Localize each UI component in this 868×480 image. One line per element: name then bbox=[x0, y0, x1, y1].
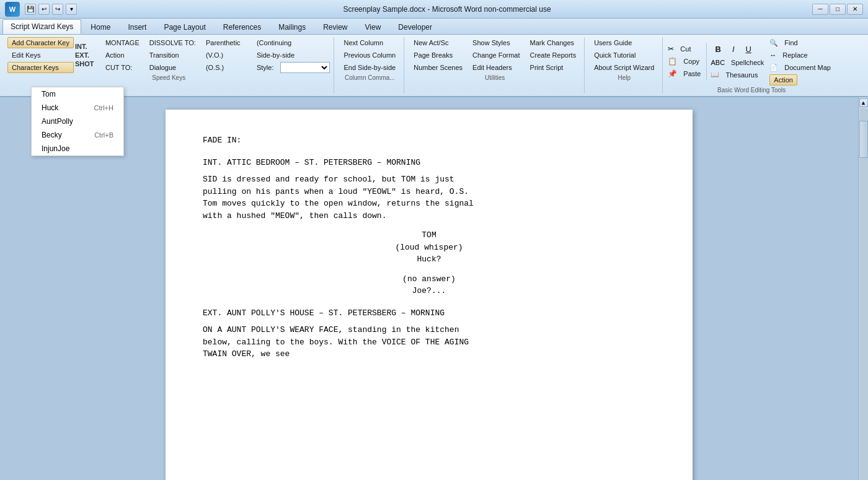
markchanges-btn[interactable]: Mark Changes bbox=[526, 37, 581, 48]
ribbon-group-utilities: New Act/Sc Page Breaks Number Scenes Sho… bbox=[405, 37, 585, 94]
undo-btn[interactable]: ↩ bbox=[38, 4, 50, 15]
tab-developer[interactable]: Developer bbox=[390, 20, 440, 34]
dissolve-btn[interactable]: DISSOLVE TO: bbox=[145, 37, 200, 48]
pagebreaks-btn[interactable]: Page Breaks bbox=[409, 50, 467, 61]
copy-btn[interactable]: Copy bbox=[679, 56, 704, 67]
replace-btn[interactable]: Replace bbox=[778, 50, 812, 61]
close-btn[interactable]: ✕ bbox=[847, 4, 863, 15]
numscenes-btn[interactable]: Number Scenes bbox=[409, 62, 467, 73]
dropdown-item-injunjoe[interactable]: InjunJoe bbox=[32, 142, 123, 155]
document-container: FADE IN: INT. ATTIC BEDROOM – ST. PETERS… bbox=[0, 97, 868, 480]
end-sidebyside-btn[interactable]: End Side-by-side bbox=[339, 62, 400, 73]
tab-mailings[interactable]: Mailings bbox=[270, 20, 314, 34]
dropdown-item-injunjoe-label: InjunJoe bbox=[42, 144, 107, 153]
continuing-btn[interactable]: (Continuing bbox=[252, 37, 330, 48]
document-scroll[interactable]: FADE IN: INT. ATTIC BEDROOM – ST. PETERS… bbox=[0, 97, 858, 480]
cut-btn[interactable]: Cut bbox=[676, 43, 695, 55]
scrollbar[interactable]: ▲ ▼ bbox=[858, 97, 868, 480]
dropdown-item-huck-label: Huck bbox=[42, 103, 88, 112]
newactsc-btn[interactable]: New Act/Sc bbox=[409, 37, 467, 48]
ribbon-col-keys: Add Character Key Edit Keys Character Ke… bbox=[7, 37, 74, 73]
transition-btn[interactable]: Transition bbox=[145, 50, 200, 61]
tab-script-wizard-keys[interactable]: Script Wizard Keys bbox=[2, 19, 81, 34]
os-btn[interactable]: (O.S.) bbox=[202, 62, 251, 73]
ribbon-col-continuing: (Continuing Side-by-side Style: bbox=[252, 37, 330, 73]
next-column-btn[interactable]: Next Column bbox=[339, 37, 400, 48]
parenthetic-btn[interactable]: Parenthetic bbox=[202, 37, 251, 48]
ribbon-col-utilities3: Mark Changes Create Reports Print Script bbox=[526, 37, 581, 73]
ribbon-word-row: ✂ Cut 📋 Copy 📌 Paste B I U bbox=[668, 37, 835, 85]
vo-btn[interactable]: (V.O.) bbox=[202, 50, 251, 61]
thesaurus-btn[interactable]: Thesaurus bbox=[721, 69, 762, 81]
column-comma-label: Column Comma... bbox=[339, 74, 400, 81]
paste-btn[interactable]: Paste bbox=[679, 68, 705, 79]
save-quick-btn[interactable]: 💾 bbox=[25, 4, 36, 15]
customize-btn[interactable]: ▾ bbox=[66, 4, 77, 15]
edit-keys-btn[interactable]: Edit Keys bbox=[7, 50, 74, 61]
dropdown-item-becky[interactable]: Becky Ctrl+B bbox=[32, 128, 123, 142]
changeformat-btn[interactable]: Change Format bbox=[468, 50, 524, 61]
style-dropdown[interactable] bbox=[280, 62, 330, 73]
ribbon-col-help: Users Guide Quick Tutorial About Script … bbox=[590, 37, 658, 73]
italic-btn[interactable]: I bbox=[728, 43, 739, 56]
scene-heading-2: EXT. AUNT POLLY'S HOUSE – ST. PETERSBERG… bbox=[203, 307, 655, 320]
parenthetical-2: (no answer) bbox=[203, 273, 655, 286]
spellcheck-btn[interactable]: Spellcheck bbox=[727, 57, 768, 68]
scrollbar-thumb[interactable] bbox=[859, 121, 868, 158]
dialogue-btn[interactable]: Dialogue bbox=[145, 62, 200, 73]
basicword-label: Basic Word Editing Tools bbox=[668, 87, 835, 94]
action-tab-btn[interactable]: Action bbox=[769, 74, 797, 85]
ribbon-col-dissolve: DISSOLVE TO: Transition Dialogue bbox=[145, 37, 200, 73]
ribbon-row-1: Add Character Key Edit Keys Character Ke… bbox=[7, 37, 330, 73]
ribbon-group-help: Users Guide Quick Tutorial About Script … bbox=[586, 37, 663, 94]
action-type-btn[interactable]: Action bbox=[101, 50, 144, 61]
ribbon-col-column-cmds: Next Column Previous Column End Side-by-… bbox=[339, 37, 400, 73]
add-character-key-btn[interactable]: Add Character Key bbox=[7, 37, 74, 48]
cutto-btn[interactable]: CUT TO: bbox=[101, 62, 144, 73]
quick-access-toolbar: 💾 ↩ ↪ ▾ bbox=[25, 4, 77, 15]
underline-btn[interactable]: U bbox=[742, 43, 756, 56]
createreports-btn[interactable]: Create Reports bbox=[526, 50, 581, 61]
scrollbar-track[interactable] bbox=[859, 108, 868, 480]
showstyles-btn[interactable]: Show Styles bbox=[468, 37, 524, 48]
editheaders-btn[interactable]: Edit Headers bbox=[468, 62, 524, 73]
tab-review[interactable]: Review bbox=[315, 20, 355, 34]
parenthetical-1: (loud whisper) bbox=[203, 242, 655, 254]
usersguide-btn[interactable]: Users Guide bbox=[590, 37, 658, 48]
aboutscriptwizard-btn[interactable]: About Script Wizard bbox=[590, 62, 658, 73]
ribbon-col-montage: MONTAGE Action CUT TO: bbox=[101, 37, 144, 73]
dropdown-item-huck[interactable]: Huck Ctrl+H bbox=[32, 101, 123, 115]
ribbon-col-utilities2: Show Styles Change Format Edit Headers bbox=[468, 37, 524, 73]
dropdown-item-tom-label: Tom bbox=[42, 90, 107, 98]
tab-references[interactable]: References bbox=[215, 20, 269, 34]
documentmap-btn[interactable]: Document Map bbox=[780, 62, 835, 73]
tab-page-layout[interactable]: Page Layout bbox=[156, 20, 213, 34]
ribbon-utilities-row: New Act/Sc Page Breaks Number Scenes Sho… bbox=[409, 37, 580, 73]
quicktutorial-btn[interactable]: Quick Tutorial bbox=[590, 50, 658, 61]
restore-btn[interactable]: □ bbox=[830, 4, 846, 15]
minimize-btn[interactable]: ─ bbox=[812, 4, 828, 15]
bold-btn[interactable]: B bbox=[711, 43, 725, 56]
ribbon-col-int-ext: INT. EXT. SHOT bbox=[75, 43, 100, 68]
scroll-up-arrow[interactable]: ▲ bbox=[859, 98, 868, 107]
window-title: Screenplay Sample.docx - Microsoft Word … bbox=[82, 5, 812, 14]
dropdown-item-huck-shortcut: Ctrl+H bbox=[94, 104, 113, 111]
tab-view[interactable]: View bbox=[357, 20, 389, 34]
printscript-btn[interactable]: Print Script bbox=[526, 62, 581, 73]
tab-insert[interactable]: Insert bbox=[120, 20, 154, 34]
dropdown-item-auntpolly[interactable]: AuntPolly bbox=[32, 115, 123, 128]
redo-btn[interactable]: ↪ bbox=[52, 4, 63, 15]
tab-home[interactable]: Home bbox=[82, 20, 118, 34]
ribbon-col-parens: Parenthetic (V.O.) (O.S.) bbox=[202, 37, 251, 73]
speedkeys-label: Speed Keys bbox=[7, 74, 330, 81]
dropdown-item-tom[interactable]: Tom bbox=[32, 87, 123, 101]
ribbon-group-column: Next Column Previous Column End Side-by-… bbox=[335, 37, 404, 94]
montage-btn[interactable]: MONTAGE bbox=[101, 37, 144, 48]
find-btn[interactable]: Find bbox=[780, 37, 802, 48]
sidebyside-btn[interactable]: Side-by-side bbox=[252, 50, 330, 61]
ribbon-col-find: 🔍 Find ↔ Replace 📄 Document Map Action bbox=[769, 37, 835, 85]
prev-column-btn[interactable]: Previous Column bbox=[339, 50, 400, 61]
character-keys-btn[interactable]: Character Keys bbox=[7, 62, 74, 73]
fade-in-text: FADE IN: bbox=[203, 134, 655, 147]
title-bar: W 💾 ↩ ↪ ▾ Screenplay Sample.docx - Micro… bbox=[0, 0, 868, 19]
